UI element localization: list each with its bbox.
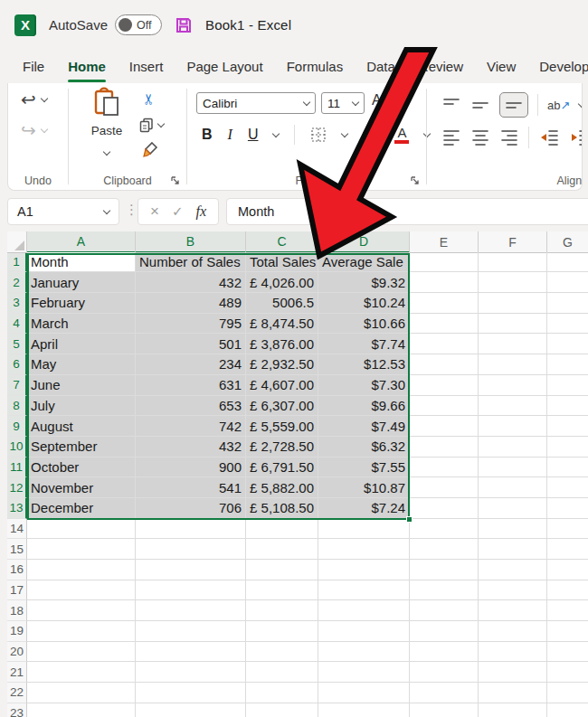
cell-B8[interactable]: 653	[136, 396, 246, 417]
italic-button[interactable]: I	[228, 127, 232, 143]
orientation-dropdown-icon[interactable]	[578, 99, 583, 107]
cell-F9[interactable]	[479, 416, 547, 437]
cell-A19[interactable]	[27, 621, 136, 642]
cell-B13[interactable]: 706	[136, 498, 246, 519]
font-size-select[interactable]: 11	[321, 92, 365, 114]
orientation-button[interactable]: ab↗	[547, 99, 570, 112]
cell-A9[interactable]: August	[27, 416, 136, 437]
cell-G14[interactable]	[547, 519, 588, 540]
cell-F20[interactable]	[479, 642, 547, 663]
cell-D16[interactable]	[318, 560, 410, 580]
tab-view[interactable]: View	[487, 59, 516, 74]
row-header-9[interactable]: 9	[7, 416, 27, 437]
cell-A6[interactable]: May	[27, 354, 136, 375]
cell-D13[interactable]: $7.24	[318, 498, 410, 519]
cell-B10[interactable]: 432	[136, 437, 246, 458]
cell-E5[interactable]	[410, 334, 479, 354]
cell-A10[interactable]: September	[27, 437, 136, 458]
cell-G17[interactable]	[547, 580, 588, 601]
column-header-C[interactable]: C	[246, 231, 318, 253]
redo-button[interactable]: ↪	[21, 121, 47, 139]
cell-D12[interactable]: $10.87	[318, 477, 410, 498]
cell-E15[interactable]	[410, 539, 479, 560]
row-header-14[interactable]: 14	[7, 519, 27, 540]
cell-E3[interactable]	[410, 293, 479, 314]
row-header-16[interactable]: 16	[7, 560, 27, 580]
cell-F6[interactable]	[479, 354, 547, 375]
cell-E16[interactable]	[410, 560, 479, 580]
cell-C23[interactable]	[246, 703, 318, 717]
cell-D10[interactable]: $6.32	[318, 437, 410, 458]
cell-E13[interactable]	[410, 498, 479, 519]
cell-D21[interactable]	[318, 662, 410, 683]
cell-E21[interactable]	[410, 662, 479, 683]
cell-G22[interactable]	[547, 683, 588, 703]
underline-button[interactable]: U	[248, 127, 259, 143]
column-header-G[interactable]: G	[547, 231, 588, 253]
cell-E7[interactable]	[410, 375, 479, 396]
cell-E4[interactable]	[410, 314, 479, 335]
cell-C14[interactable]	[246, 519, 318, 540]
format-painter-button[interactable]	[141, 141, 159, 163]
cell-D2[interactable]: $9.32	[318, 272, 410, 293]
cell-A11[interactable]: October	[27, 458, 136, 478]
tab-developer[interactable]: Developer	[539, 59, 588, 74]
formula-input[interactable]: Month	[226, 198, 588, 225]
cell-F8[interactable]	[479, 396, 547, 417]
increase-indent-button[interactable]	[569, 128, 583, 146]
cell-B3[interactable]: 489	[136, 293, 246, 314]
font-family-select[interactable]: Calibri	[196, 92, 316, 114]
underline-dropdown-icon[interactable]	[272, 129, 280, 137]
column-header-B[interactable]: B	[136, 231, 246, 253]
cell-G23[interactable]	[547, 703, 588, 717]
cell-C19[interactable]	[246, 621, 318, 642]
cell-G18[interactable]	[547, 600, 588, 621]
cell-B18[interactable]	[136, 600, 246, 621]
cell-B1[interactable]: Number of Sales	[136, 252, 246, 273]
cell-F15[interactable]	[479, 539, 547, 560]
align-bottom-button[interactable]	[499, 92, 528, 118]
cell-C22[interactable]	[246, 683, 318, 703]
cell-G6[interactable]	[547, 354, 588, 375]
cell-F7[interactable]	[479, 375, 547, 396]
cell-F17[interactable]	[479, 580, 547, 601]
cell-E20[interactable]	[410, 642, 479, 663]
cell-A15[interactable]	[27, 539, 136, 560]
clipboard-dialog-launcher-icon[interactable]	[170, 175, 181, 186]
cell-E18[interactable]	[410, 600, 479, 621]
cell-D22[interactable]	[318, 683, 410, 703]
cell-D20[interactable]	[318, 642, 410, 663]
cell-G15[interactable]	[547, 539, 588, 560]
cell-F3[interactable]	[479, 293, 547, 314]
cell-E10[interactable]	[410, 437, 479, 458]
cell-D5[interactable]: $7.74	[318, 334, 410, 354]
grow-font-button[interactable]: A˄	[372, 92, 386, 108]
cell-F1[interactable]	[479, 252, 547, 273]
cell-C17[interactable]	[246, 580, 318, 601]
cell-C3[interactable]: 5006.5	[246, 293, 318, 314]
row-header-6[interactable]: 6	[7, 354, 27, 375]
row-header-5[interactable]: 5	[7, 334, 27, 354]
cell-E12[interactable]	[410, 477, 479, 498]
cancel-button[interactable]: ×	[150, 203, 159, 221]
cell-D14[interactable]	[318, 519, 410, 540]
cell-A16[interactable]	[27, 560, 136, 580]
column-header-F[interactable]: F	[479, 231, 547, 253]
cut-button[interactable]: ✂	[143, 90, 155, 108]
cell-B15[interactable]	[136, 539, 246, 560]
cell-C11[interactable]: £6,791.50	[246, 458, 318, 478]
row-header-11[interactable]: 11	[7, 458, 27, 478]
select-all-button[interactable]	[7, 231, 27, 253]
decrease-indent-button[interactable]	[538, 128, 560, 146]
cell-B22[interactable]	[136, 683, 246, 703]
name-box[interactable]: A1	[7, 198, 119, 225]
row-header-7[interactable]: 7	[7, 375, 27, 396]
cell-C10[interactable]: £2,728.50	[246, 437, 318, 458]
cell-G2[interactable]	[547, 272, 588, 293]
row-header-17[interactable]: 17	[7, 580, 27, 601]
cell-F10[interactable]	[479, 437, 547, 458]
align-right-button[interactable]	[499, 128, 519, 146]
cell-D4[interactable]: $10.66	[318, 314, 410, 335]
cell-A5[interactable]: April	[27, 334, 136, 354]
cell-F16[interactable]	[479, 560, 547, 580]
